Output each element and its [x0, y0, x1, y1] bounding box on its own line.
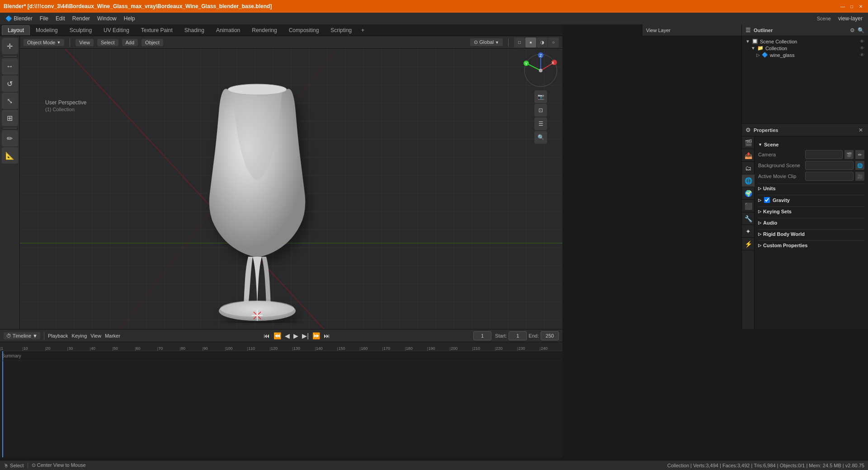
menu-file[interactable]: File [36, 14, 52, 23]
gravity-section-header[interactable]: ▷ Gravity [758, 195, 864, 205]
solid-button[interactable]: ● [525, 38, 536, 47]
section-arrow-scene: ▼ [758, 142, 762, 147]
ruler-line [270, 347, 270, 351]
eye-icon-collection[interactable]: 👁 [860, 46, 864, 51]
tab-shading[interactable]: Shading [179, 25, 210, 35]
view-layer-label[interactable]: view-layer [835, 14, 866, 23]
object-mode-button[interactable]: Object Mode ▼ [24, 39, 64, 46]
search-button[interactable]: 🔍 [534, 131, 547, 144]
frame-range: Start: 1 End: 250 [495, 331, 559, 340]
camera-view-button[interactable]: 📷 [534, 90, 547, 103]
scene-section-header[interactable]: ▼ Scene [758, 140, 864, 149]
outliner-filter-button[interactable]: ⚙ [850, 27, 855, 33]
movie-clip-value[interactable] [805, 172, 854, 181]
eye-icon-wineglass[interactable]: 👁 [860, 52, 864, 57]
maximize-button[interactable]: □ [848, 3, 855, 10]
move-tool-button[interactable]: ↔ [2, 58, 18, 75]
tab-texture-paint[interactable]: Texture Paint [135, 25, 179, 35]
end-frame-input[interactable]: 250 [541, 331, 559, 340]
properties-close-button[interactable]: ✕ [857, 127, 864, 134]
tab-render-settings[interactable]: 🎬 [742, 136, 755, 149]
tab-rendering[interactable]: Rendering [246, 25, 283, 35]
start-frame-input[interactable]: 1 [509, 331, 527, 340]
menu-window[interactable]: Window [94, 14, 120, 23]
material-button[interactable]: ◑ [537, 38, 547, 47]
keying-sets-header[interactable]: ▷ Keying Sets [758, 207, 864, 216]
wireframe-button[interactable]: □ [514, 38, 525, 47]
select-menu-button[interactable]: Select [97, 39, 118, 46]
camera-edit-button[interactable]: ✏ [855, 150, 864, 159]
jump-end-button[interactable]: ⏭ [323, 332, 331, 339]
menu-render[interactable]: Render [69, 14, 94, 23]
audio-section-header[interactable]: ▷ Audio [758, 218, 864, 227]
current-frame-input[interactable]: 1 [473, 331, 491, 340]
movie-clip-picker-button[interactable]: 🎥 [855, 172, 864, 181]
add-menu-button[interactable]: Add [122, 39, 138, 46]
menu-blender[interactable]: 🔷 Blender [2, 14, 36, 23]
eye-icon[interactable]: 👁 [860, 39, 864, 44]
tab-view-layer-settings[interactable]: 🗂 [742, 162, 755, 174]
scale-tool-button[interactable]: ⤡ [2, 93, 18, 109]
tab-compositing[interactable]: Compositing [283, 25, 325, 35]
tab-object-settings[interactable]: ⬛ [742, 200, 755, 212]
close-button[interactable]: ✕ [857, 3, 864, 10]
outliner-item-collection[interactable]: ▼ 📁 Collection 👁 [747, 45, 868, 52]
camera-value[interactable] [805, 150, 843, 159]
view-aligned-button[interactable]: ☰ [534, 118, 547, 130]
tab-scripting[interactable]: Scripting [325, 25, 358, 35]
step-forward-button[interactable]: ▶| [301, 332, 310, 339]
background-scene-picker-button[interactable]: 🌐 [855, 161, 864, 170]
tab-world-settings[interactable]: 🌍 [742, 187, 755, 200]
nav-gizmo[interactable]: X Y Z [523, 52, 559, 89]
next-keyframe-button[interactable]: ⏩ [311, 332, 321, 339]
select-mode-button[interactable]: 🖱 Select [4, 463, 24, 468]
jump-start-button[interactable]: ⏮ [263, 332, 271, 339]
tab-animation[interactable]: Animation [210, 25, 246, 35]
perspective-toggle-button[interactable]: ⊡ [534, 104, 547, 117]
add-workspace-button[interactable]: + [358, 26, 368, 35]
rigid-body-section-header[interactable]: ▷ Rigid Body World [758, 229, 864, 239]
outliner-item-scene-collection[interactable]: ▼ 🔲 Scene Collection 👁 [742, 38, 868, 45]
background-scene-value[interactable] [805, 161, 854, 170]
tab-layout[interactable]: Layout [2, 25, 30, 35]
tab-output-settings[interactable]: 📤 [742, 149, 755, 162]
rendered-button[interactable]: ○ [548, 38, 559, 47]
object-menu-button[interactable]: Object [142, 39, 163, 46]
menu-help[interactable]: Help [120, 14, 139, 23]
window-controls[interactable]: — □ ✕ [839, 3, 864, 10]
menu-edit[interactable]: Edit [52, 14, 69, 23]
timeline-type-button[interactable]: ⏱ Timeline ▼ [4, 332, 40, 339]
measure-tool-button[interactable]: 📐 [2, 147, 18, 164]
units-section-header[interactable]: ▷ Units [758, 183, 864, 193]
marker-menu-button[interactable]: Marker [105, 333, 120, 338]
tab-particles-settings[interactable]: ✦ [742, 225, 755, 238]
keying-menu-button[interactable]: Keying [72, 333, 87, 338]
outliner-item-wine-glass[interactable]: ▷ 🔷 wine_glass 👁 [753, 52, 868, 58]
tab-scene-settings[interactable]: 🌐 [742, 174, 755, 187]
custom-props-section-header[interactable]: ▷ Custom Properties [758, 240, 864, 250]
tab-modeling[interactable]: Modeling [30, 25, 64, 35]
tab-physics-settings[interactable]: ⚡ [742, 238, 755, 250]
cursor-tool-button[interactable]: ✛ [2, 38, 18, 54]
view-menu-button[interactable]: View [90, 333, 101, 338]
center-view-button[interactable]: ⊙ Center View to Mouse [32, 462, 86, 468]
viewport-3d[interactable]: User Perspective (1) Collection X Y Z [20, 49, 562, 342]
annotate-tool-button[interactable]: ✏ [2, 130, 18, 146]
prev-keyframe-button[interactable]: ⏪ [273, 332, 282, 339]
minimize-button[interactable]: — [839, 3, 846, 10]
gravity-checkbox[interactable] [764, 197, 770, 203]
outliner-search-button[interactable]: 🔍 [858, 27, 864, 33]
step-back-button[interactable]: ◀ [284, 332, 291, 339]
tab-uv-editing[interactable]: UV Editing [98, 25, 135, 35]
view-menu-button[interactable]: View [75, 39, 94, 46]
playback-menu-button[interactable]: Playback [48, 333, 68, 338]
timeline-content[interactable]: Summary [0, 351, 562, 457]
rotate-tool-button[interactable]: ↺ [2, 75, 18, 92]
center-icon: ⊙ [32, 462, 36, 468]
transform-tool-button[interactable]: ⊞ [2, 110, 18, 126]
camera-picker-button[interactable]: 🎬 [844, 150, 854, 159]
tab-modifier-settings[interactable]: 🔧 [742, 212, 755, 225]
play-button[interactable]: ▶ [292, 332, 299, 339]
transform-pivot-button[interactable]: ⊙ Global ▼ [470, 38, 503, 46]
tab-sculpting[interactable]: Sculpting [64, 25, 98, 35]
